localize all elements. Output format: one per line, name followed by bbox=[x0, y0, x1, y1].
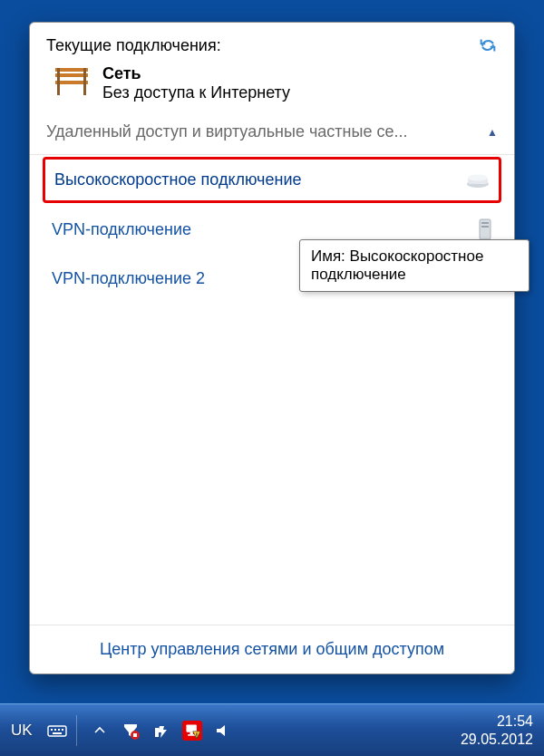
svg-rect-25 bbox=[188, 734, 195, 736]
svg-rect-4 bbox=[83, 68, 86, 95]
svg-rect-21 bbox=[133, 733, 137, 737]
server-icon bbox=[478, 218, 492, 241]
svg-rect-19 bbox=[62, 729, 63, 731]
modem-icon bbox=[466, 172, 490, 189]
taskbar: UK bbox=[0, 703, 544, 756]
svg-rect-9 bbox=[481, 222, 489, 224]
svg-rect-18 bbox=[58, 729, 60, 731]
popup-title: Текущие подключения: bbox=[46, 36, 221, 55]
network-status: Без доступа к Интернету bbox=[102, 83, 290, 102]
connection-label: VPN-подключение 2 bbox=[52, 269, 205, 288]
network-tray-icon[interactable] bbox=[182, 721, 202, 741]
network-name: Сеть bbox=[102, 64, 290, 83]
svg-rect-17 bbox=[54, 729, 56, 731]
svg-rect-26 bbox=[196, 732, 197, 735]
svg-rect-2 bbox=[55, 81, 88, 84]
current-network-row: Сеть Без доступа к Интернету bbox=[46, 64, 498, 102]
svg-rect-16 bbox=[51, 729, 53, 731]
section-title: Удаленный доступ и виртуальные частные с… bbox=[46, 122, 408, 141]
svg-point-7 bbox=[468, 174, 488, 180]
svg-rect-10 bbox=[481, 226, 489, 228]
connection-name-tooltip: Имя: Высокоскоростное подключение bbox=[299, 239, 529, 292]
svg-rect-3 bbox=[57, 68, 60, 95]
volume-icon[interactable] bbox=[213, 721, 233, 741]
network-sharing-center-link[interactable]: Центр управления сетями и общим доступом bbox=[30, 625, 514, 674]
action-center-icon[interactable] bbox=[121, 721, 141, 741]
tooltip-line-2: подключение bbox=[311, 266, 518, 284]
section-header-remote-vpn[interactable]: Удаленный доступ и виртуальные частные с… bbox=[30, 110, 514, 155]
connection-label: VPN-подключение bbox=[52, 220, 191, 239]
svg-rect-24 bbox=[189, 732, 192, 733]
connection-item-broadband[interactable]: Высокоскоростное подключение bbox=[43, 157, 501, 203]
taskbar-clock[interactable]: 21:54 29.05.2012 bbox=[461, 712, 533, 747]
keyboard-icon[interactable] bbox=[47, 721, 67, 741]
network-connections-popup: Текущие подключения: Сеть bbox=[29, 22, 515, 674]
tray-arrow-icon[interactable] bbox=[90, 721, 110, 741]
taskbar-divider bbox=[76, 715, 77, 746]
park-bench-icon bbox=[52, 64, 92, 97]
svg-rect-1 bbox=[55, 73, 88, 77]
refresh-icon[interactable] bbox=[478, 35, 498, 55]
connections-list: Высокоскоростное подключение VPN-подключ… bbox=[30, 155, 514, 625]
tooltip-line-1: Имя: Высокоскоростное bbox=[311, 247, 518, 266]
svg-rect-0 bbox=[55, 68, 88, 72]
collapse-caret-icon: ▲ bbox=[487, 126, 498, 139]
system-tray bbox=[90, 721, 233, 741]
clock-date: 29.05.2012 bbox=[461, 731, 533, 748]
power-icon[interactable] bbox=[151, 721, 171, 741]
svg-rect-14 bbox=[48, 726, 66, 736]
connection-label: Высокоскоростное подключение bbox=[54, 170, 302, 189]
svg-rect-23 bbox=[186, 724, 196, 732]
svg-rect-15 bbox=[53, 732, 62, 734]
popup-header: Текущие подключения: Сеть bbox=[30, 23, 514, 110]
svg-rect-27 bbox=[196, 736, 197, 737]
clock-time: 21:54 bbox=[461, 712, 533, 730]
language-indicator[interactable]: UK bbox=[11, 722, 33, 740]
